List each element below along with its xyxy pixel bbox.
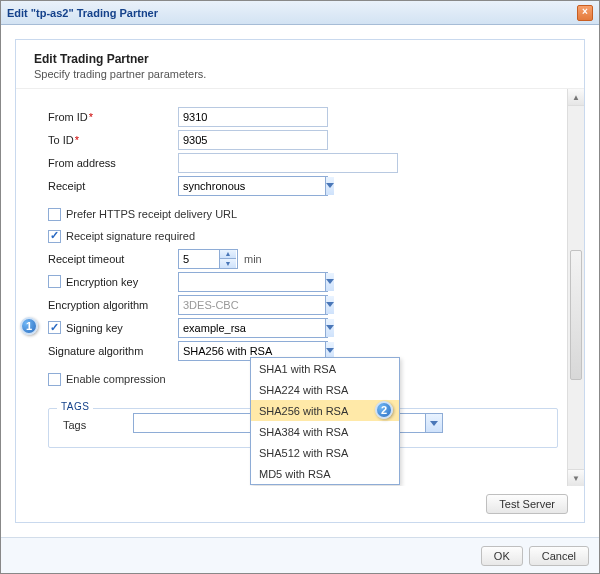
dialog-body: Edit Trading Partner Specify trading par…: [1, 25, 599, 537]
chevron-down-icon[interactable]: [325, 319, 334, 337]
checkbox-signing-key[interactable]: [48, 321, 61, 334]
checkbox-encryption-key[interactable]: [48, 275, 61, 288]
combo-receipt[interactable]: [178, 176, 328, 196]
label-prefer-https: Prefer HTTPS receipt delivery URL: [66, 208, 237, 220]
callout-2: 2: [375, 401, 393, 419]
dialog-title: Edit "tp-as2" Trading Partner: [7, 7, 577, 19]
dialog-edit-trading-partner: Edit "tp-as2" Trading Partner × Edit Tra…: [0, 0, 600, 574]
label-receipt-sig-required: Receipt signature required: [66, 230, 195, 242]
row-to-id: To ID: [48, 128, 558, 151]
label-receipt-timeout: Receipt timeout: [48, 253, 178, 265]
close-icon: ×: [582, 6, 588, 17]
label-signing-key: Signing key: [66, 322, 178, 334]
form-header: Edit Trading Partner Specify trading par…: [16, 40, 584, 88]
row-receipt-timeout: Receipt timeout ▲ ▼ min: [48, 247, 558, 270]
row-receipt: Receipt: [48, 174, 558, 197]
chevron-down-icon[interactable]: [425, 414, 442, 432]
scroll-down-icon[interactable]: ▼: [568, 469, 584, 486]
row-from-address: From address: [48, 151, 558, 174]
combo-encryption-key[interactable]: [178, 272, 328, 292]
label-enable-compression: Enable compression: [66, 373, 166, 385]
row-receipt-sig-required: Receipt signature required: [48, 225, 558, 247]
spinner-up-icon[interactable]: ▲: [220, 250, 236, 260]
spinner-receipt-timeout-input[interactable]: [179, 250, 219, 268]
label-from-address: From address: [48, 157, 178, 169]
dialog-footer: OK Cancel: [1, 537, 599, 573]
row-encryption-key: Encryption key: [48, 270, 558, 293]
spinner-down-icon[interactable]: ▼: [220, 259, 236, 268]
input-to-id[interactable]: [178, 130, 328, 150]
scroll-thumb[interactable]: [570, 250, 582, 380]
checkbox-receipt-sig-required[interactable]: [48, 230, 61, 243]
option-md5[interactable]: MD5 with RSA: [251, 463, 399, 484]
spinner-buttons: ▲ ▼: [219, 250, 236, 268]
combo-receipt-input[interactable]: [179, 177, 325, 195]
option-sha256[interactable]: SHA256 with RSA 2: [251, 400, 399, 421]
close-button[interactable]: ×: [577, 5, 593, 21]
option-sha1[interactable]: SHA1 with RSA: [251, 358, 399, 379]
row-from-id: From ID: [48, 105, 558, 128]
scroll-track[interactable]: [568, 106, 584, 469]
option-sha384[interactable]: SHA384 with RSA: [251, 421, 399, 442]
checkbox-enable-compression[interactable]: [48, 373, 61, 386]
test-server-row: Test Server: [16, 486, 584, 522]
form-subtitle: Specify trading partner parameters.: [34, 68, 566, 80]
titlebar[interactable]: Edit "tp-as2" Trading Partner ×: [1, 1, 599, 25]
combo-encryption-algo[interactable]: [178, 295, 328, 315]
combo-signing-key-input[interactable]: [179, 319, 325, 337]
label-to-id: To ID: [48, 134, 178, 146]
cancel-button[interactable]: Cancel: [529, 546, 589, 566]
combo-signing-key[interactable]: [178, 318, 328, 338]
form-container: From ID To ID From address Receipt: [16, 89, 584, 458]
label-signature-algo: Signature algorithm: [48, 345, 178, 357]
form-title: Edit Trading Partner: [34, 52, 566, 66]
label-encryption-algo: Encryption algorithm: [48, 299, 178, 311]
inner-panel: Edit Trading Partner Specify trading par…: [15, 39, 585, 523]
row-encryption-algo: Encryption algorithm: [48, 293, 558, 316]
checkbox-prefer-https[interactable]: [48, 208, 61, 221]
test-server-button[interactable]: Test Server: [486, 494, 568, 514]
ok-button[interactable]: OK: [481, 546, 523, 566]
combo-encryption-algo-input[interactable]: [179, 296, 325, 314]
chevron-down-icon[interactable]: [325, 296, 334, 314]
chevron-down-icon[interactable]: [325, 177, 334, 195]
callout-1: 1: [20, 317, 38, 335]
row-prefer-https: Prefer HTTPS receipt delivery URL: [48, 203, 558, 225]
input-from-id[interactable]: [178, 107, 328, 127]
chevron-down-icon[interactable]: [325, 273, 334, 291]
scroll-area: From ID To ID From address Receipt: [16, 88, 584, 486]
option-sha512[interactable]: SHA512 with RSA: [251, 442, 399, 463]
label-min-unit: min: [244, 253, 262, 265]
input-from-address[interactable]: [178, 153, 398, 173]
legend-tags: TAGS: [57, 401, 93, 412]
row-signing-key: 1 Signing key: [48, 316, 558, 339]
option-sha224[interactable]: SHA224 with RSA: [251, 379, 399, 400]
label-from-id: From ID: [48, 111, 178, 123]
combo-encryption-key-input[interactable]: [179, 273, 325, 291]
label-tags: Tags: [63, 419, 133, 431]
scrollbar-vertical[interactable]: ▲ ▼: [567, 89, 584, 486]
scroll-up-icon[interactable]: ▲: [568, 89, 584, 106]
dropdown-signature-algo: SHA1 with RSA SHA224 with RSA SHA256 wit…: [250, 357, 400, 485]
label-receipt: Receipt: [48, 180, 178, 192]
label-encryption-key: Encryption key: [66, 276, 178, 288]
spinner-receipt-timeout[interactable]: ▲ ▼: [178, 249, 238, 269]
